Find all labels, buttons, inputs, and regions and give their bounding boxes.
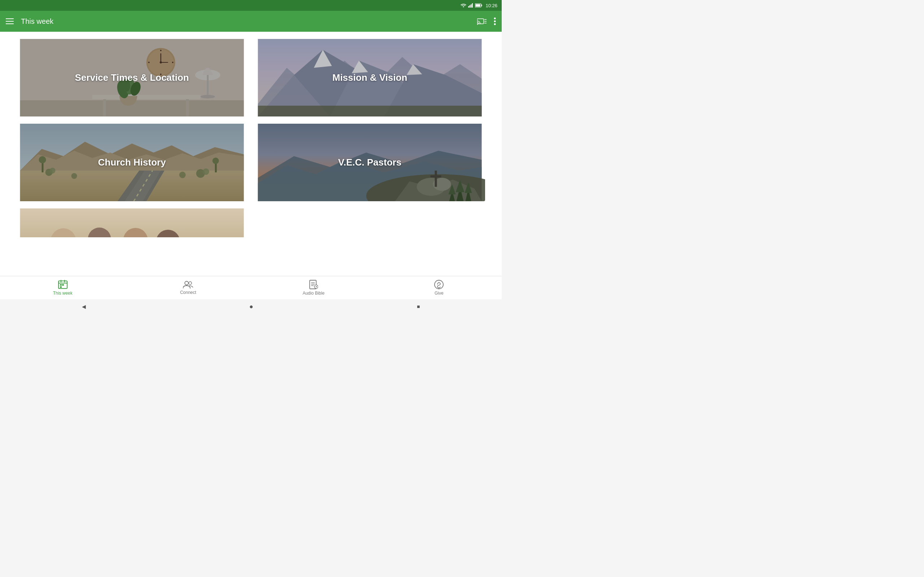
signal-icon — [468, 3, 473, 8]
wifi-icon — [460, 3, 466, 8]
svg-rect-3 — [472, 3, 473, 8]
church-history-card[interactable]: Church History — [16, 124, 247, 201]
mission-vision-label: Mission & Vision — [254, 39, 485, 116]
app-bar-left: This week — [6, 17, 53, 26]
nav-audio-bible-label: Audio Bible — [302, 291, 325, 296]
svg-rect-5 — [481, 5, 482, 6]
back-button[interactable]: ◀ — [82, 304, 86, 309]
calendar-icon — [58, 280, 68, 289]
card-5[interactable] — [16, 208, 247, 237]
svg-rect-1 — [470, 5, 471, 8]
svg-point-14 — [494, 23, 496, 25]
home-button[interactable]: ● — [249, 303, 254, 311]
status-bar: 10:26 — [0, 0, 502, 11]
people-icon — [183, 280, 193, 288]
app-bar-right — [477, 17, 496, 25]
status-icons: 10:26 — [460, 3, 498, 8]
vec-pastors-label: V.E.C. Pastors — [254, 124, 485, 201]
more-options-icon[interactable] — [494, 17, 496, 25]
vec-pastors-card[interactable]: V.E.C. Pastors — [254, 124, 485, 201]
svg-rect-94 — [62, 284, 64, 285]
svg-rect-95 — [60, 286, 62, 288]
svg-point-96 — [185, 281, 188, 285]
svg-rect-93 — [60, 284, 62, 285]
svg-point-97 — [189, 282, 192, 285]
recents-button[interactable]: ■ — [417, 304, 420, 309]
app-bar: This week — [0, 11, 502, 32]
main-content: Service Times & Location — [0, 32, 502, 276]
nav-give[interactable]: Give — [425, 280, 453, 296]
nav-connect[interactable]: Connect — [174, 280, 202, 295]
svg-rect-0 — [468, 6, 469, 8]
nav-this-week-label: This week — [53, 291, 73, 296]
card5-bg — [16, 208, 247, 237]
cards-grid: Service Times & Location — [16, 39, 485, 237]
church-history-label: Church History — [16, 124, 247, 201]
android-nav: ◀ ● ■ — [0, 299, 502, 314]
nav-audio-bible[interactable]: Audio Bible — [299, 280, 328, 296]
menu-button[interactable] — [6, 18, 14, 24]
app-title: This week — [21, 17, 53, 26]
svg-point-13 — [494, 21, 496, 23]
cast-icon[interactable] — [477, 18, 486, 25]
svg-rect-6 — [476, 4, 480, 7]
mission-vision-card[interactable]: Mission & Vision — [254, 39, 485, 116]
service-times-card[interactable]: Service Times & Location — [16, 39, 247, 116]
svg-rect-2 — [471, 4, 472, 8]
svg-point-12 — [494, 18, 496, 19]
clock-time: 10:26 — [485, 3, 498, 8]
service-times-label: Service Times & Location — [16, 39, 247, 116]
nav-this-week[interactable]: This week — [48, 280, 77, 296]
give-icon — [434, 280, 444, 289]
nav-give-label: Give — [435, 291, 444, 296]
bottom-nav: This week Connect Audio Bible — [0, 276, 502, 299]
nav-connect-label: Connect — [180, 290, 196, 295]
bible-icon — [309, 280, 318, 289]
battery-icon — [475, 3, 482, 8]
